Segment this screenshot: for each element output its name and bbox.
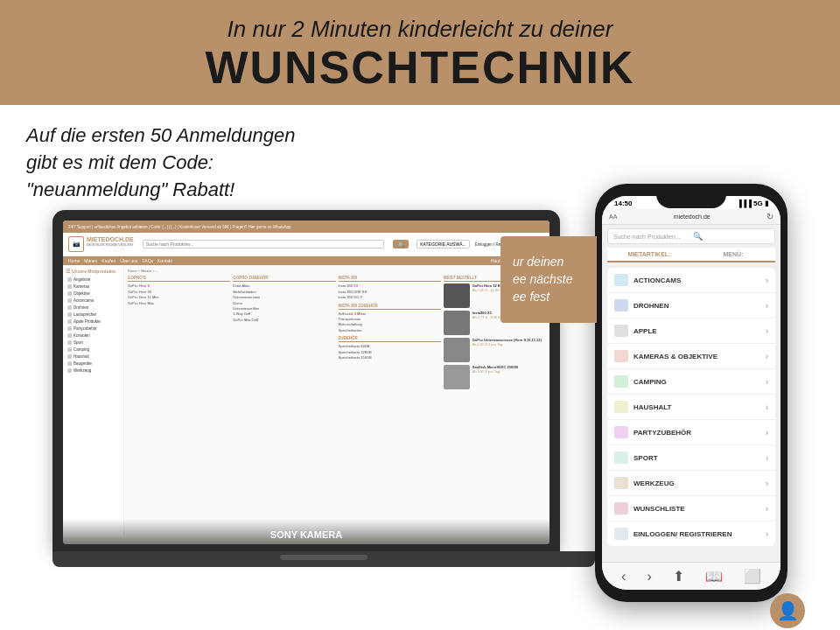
menu-item-drohnen[interactable]: DROHNEN › bbox=[607, 293, 775, 318]
back-icon[interactable]: ‹ bbox=[621, 569, 626, 584]
sidebar-kameras[interactable]: Kameras bbox=[66, 283, 121, 290]
sony-kamera-banner: SONY KAMERA bbox=[124, 519, 550, 536]
nav-mieten[interactable]: Mieten bbox=[84, 258, 97, 263]
phone-time: 14:50 bbox=[614, 200, 632, 207]
sidebar-apple[interactable]: Apple Produkte bbox=[66, 318, 121, 325]
logo-sub: DEIN ELEKTRONIKVERLEIH bbox=[87, 242, 134, 247]
phone-screen: 14:50 ▐▐▐ 5G ▮ AA mietedoch.de ↻ Suche n… bbox=[602, 196, 780, 590]
devices-container: ur deinenee nächsteee fest 24/7 Support … bbox=[52, 184, 814, 630]
share-icon[interactable]: ⬆ bbox=[673, 568, 684, 584]
col3-item3[interactable]: Insta 360 GO 3 bbox=[339, 295, 441, 300]
site-main: Home > Mieten > ... GOPRO'S GoPro Hero 9… bbox=[124, 265, 550, 536]
nav-home[interactable]: Home bbox=[68, 258, 80, 263]
banner-main-title: WUNSCHTECHNIK bbox=[18, 43, 822, 93]
content-area: Auf die ersten 50 Anmeldungen gibt es mi… bbox=[0, 105, 840, 621]
menu-item-kameras[interactable]: KAMERAS & OBJEKTIVE › bbox=[607, 344, 775, 369]
party-icon bbox=[614, 426, 628, 438]
product3-img bbox=[444, 338, 470, 362]
tabs-icon[interactable]: ⬜ bbox=[744, 568, 761, 584]
menu-item-wunschliste[interactable]: WUNSCHLISTE › bbox=[607, 496, 775, 522]
breadcrumb: Home > Mieten > ... bbox=[128, 269, 546, 273]
bookmarks-icon[interactable]: 📖 bbox=[705, 568, 723, 584]
col1-item4[interactable]: GoPro Hero Max bbox=[128, 301, 230, 306]
actioncams-icon bbox=[614, 274, 628, 286]
site-search-button[interactable]: 🔍 bbox=[393, 240, 409, 248]
col3-item10[interactable]: Speicherkarte 256GB bbox=[339, 355, 441, 360]
nav-kontakt[interactable]: Kontakt bbox=[158, 258, 172, 263]
phone-search-icon: 🔍 bbox=[693, 232, 769, 241]
account-icon[interactable]: 👤 bbox=[770, 593, 805, 628]
forward-icon[interactable]: › bbox=[647, 569, 651, 584]
arrow-icon: › bbox=[766, 529, 768, 539]
overlay-text: ur deinenee nächsteee fest bbox=[513, 254, 584, 305]
col2-item7[interactable]: GoPro Max Griff bbox=[233, 318, 335, 323]
phone-notch bbox=[656, 184, 726, 208]
phone-tab-menu[interactable]: MENÜ: bbox=[691, 248, 775, 261]
menu-item-actioncams[interactable]: ACTIONCAMS › bbox=[607, 268, 775, 293]
sidebar-angebote[interactable]: Angebote bbox=[66, 276, 121, 283]
sidebar-drohnen[interactable]: Drohnen bbox=[66, 304, 121, 311]
menu-item-apple[interactable]: APPLE › bbox=[607, 318, 775, 344]
menu-item-werkzeug[interactable]: WERKZEUG › bbox=[607, 471, 775, 496]
menu-item-login[interactable]: EINLOGGEN/ REGISTRIEREN › bbox=[607, 522, 775, 546]
phone-url-bar: AA mietedoch.de ↻ bbox=[602, 209, 780, 225]
kameras-icon bbox=[614, 350, 628, 362]
nav-faqs[interactable]: FAQs bbox=[143, 258, 154, 263]
sidebar-werkzeug[interactable]: Werkzeug bbox=[66, 367, 121, 374]
site-search-input[interactable] bbox=[143, 240, 385, 248]
arrow-icon: › bbox=[766, 276, 768, 285]
sidebar-lautsprecher[interactable]: Lautsprecher bbox=[66, 311, 121, 318]
menu-item-camping[interactable]: CAMPING › bbox=[607, 369, 775, 395]
arrow-icon: › bbox=[766, 428, 768, 438]
phone-aa: AA bbox=[609, 214, 617, 220]
phone-url[interactable]: mietedoch.de bbox=[620, 214, 763, 220]
site-logo-area: 📷 MIETEDOCH.DE DEIN ELEKTRONIKVERLEIH 🔍 bbox=[63, 233, 550, 256]
menu-item-haushalt[interactable]: HAUSHALT › bbox=[607, 395, 775, 420]
col3-title3: ZUBEHÖR bbox=[339, 336, 441, 342]
sport-icon bbox=[614, 452, 628, 464]
sidebar-baugeraete[interactable]: Baugeräte bbox=[66, 360, 121, 367]
menu-item-party[interactable]: PARTYZUBEHÖR › bbox=[607, 420, 775, 445]
drohnen-icon bbox=[614, 299, 628, 312]
sidebar-sport[interactable]: Sport bbox=[66, 339, 121, 346]
haushalt-icon bbox=[614, 401, 628, 413]
col3-item7[interactable]: Speicherkarten bbox=[339, 328, 441, 333]
banner-subtitle: In nur 2 Minuten kinderleicht zu deiner bbox=[18, 16, 822, 43]
phone-tab-mietartikel[interactable]: MIETARTIKEL: bbox=[607, 248, 691, 262]
product4[interactable]: SanDisk MicroSDXC 256GB Ab 0,60 € pro Ta… bbox=[444, 365, 546, 389]
site-support-bar: 24/7 Support | unfassliches Angebot anbi… bbox=[63, 220, 550, 233]
nav-ueber[interactable]: Über uns bbox=[120, 258, 137, 263]
product4-info: SanDisk MicroSDXC 256GB Ab 0,60 € pro Ta… bbox=[472, 365, 518, 389]
arrow-icon: › bbox=[766, 377, 768, 387]
arrow-icon: › bbox=[766, 504, 768, 514]
account-area: 👤 Mein Account bbox=[761, 593, 814, 630]
col3-title2: INSTA 360 ZUBEHÖR bbox=[339, 304, 441, 310]
phone-refresh-icon[interactable]: ↻ bbox=[766, 212, 774, 221]
arrow-icon: › bbox=[766, 402, 768, 412]
arrow-icon: › bbox=[766, 479, 768, 488]
menu-item-sport[interactable]: SPORT › bbox=[607, 445, 775, 471]
site-logo: 📷 MIETEDOCH.DE DEIN ELEKTRONIKVERLEIH bbox=[68, 236, 134, 252]
laptop-screen-inner: 24/7 Support | unfassliches Angebot anbi… bbox=[63, 220, 550, 544]
sidebar-actioncams[interactable]: Actioncams bbox=[66, 297, 121, 304]
kategorie-dropdown[interactable]: KATEGORIE AUSWÄ... bbox=[416, 240, 469, 248]
arrow-icon: › bbox=[766, 326, 768, 336]
product3-info: GoPro Unterwassercase (Hero 9,10,11,12) … bbox=[472, 338, 542, 362]
phone-search[interactable]: Suche nach Produkten... 🔍 bbox=[607, 228, 775, 244]
products-grid: GOPRO'S GoPro Hero 9 GoPro Hero X0 GoPro… bbox=[128, 276, 546, 389]
laptop-screen-outer: 24/7 Support | unfassliches Angebot anbi… bbox=[52, 210, 560, 551]
site-nav: Home Mieten Kaufen Über uns FAQs Kontakt… bbox=[63, 256, 550, 265]
nav-kaufen[interactable]: Kaufen bbox=[102, 258, 116, 263]
phone: 14:50 ▐▐▐ 5G ▮ AA mietedoch.de ↻ Suche n… bbox=[595, 184, 796, 612]
phone-signal: ▐▐▐ 5G ▮ bbox=[737, 200, 768, 207]
sidebar-haushalt[interactable]: Haushalt bbox=[66, 353, 121, 360]
product3[interactable]: GoPro Unterwassercase (Hero 9,10,11,12) … bbox=[444, 338, 546, 362]
camping-icon bbox=[614, 375, 628, 388]
sidebar-camping[interactable]: Camping bbox=[66, 346, 121, 353]
sidebar-objektive[interactable]: Objektive bbox=[66, 290, 121, 297]
sony-kamera-text: SONY KAMERA bbox=[270, 529, 342, 536]
arrow-icon: › bbox=[766, 453, 768, 463]
sidebar-konsolen[interactable]: Konsolen bbox=[66, 332, 121, 339]
sidebar-party[interactable]: Partyzubehör bbox=[66, 325, 121, 332]
logo-text: MIETEDOCH.DE bbox=[87, 236, 134, 242]
